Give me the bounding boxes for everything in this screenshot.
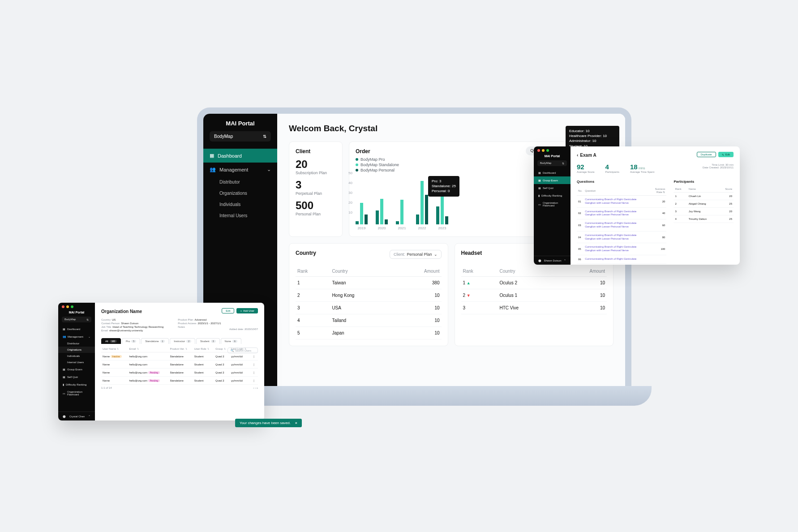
org-nav-sub[interactable]: Distributor (58, 340, 95, 347)
table-row[interactable]: Name hello@org.com StandaloneStudentQuad… (101, 360, 258, 369)
brand: MAI Portal (210, 120, 271, 127)
org-nav-self-quiz[interactable]: ▦ Self Quiz (58, 373, 95, 381)
bar[interactable] (436, 206, 439, 224)
exam-nav-flashcard[interactable]: ▭ Organization Flashcard (534, 199, 571, 209)
org-nav-dashboard[interactable]: ▦ Dashboard (58, 325, 95, 333)
row-menu-icon[interactable]: ⋮ (251, 360, 258, 369)
client-metric-1-l: Perpetual Plan (296, 191, 336, 196)
traffic-close-icon[interactable] (62, 305, 64, 308)
table-row[interactable]: 2Abigail Chiang25 (674, 200, 734, 208)
org-nav-sub[interactable]: Internal Users (58, 359, 95, 365)
sort-icon[interactable]: ⇅ (224, 348, 226, 350)
table-row[interactable]: 4Timothy Dalton25 (674, 215, 734, 223)
sort-icon[interactable]: ⇅ (117, 348, 119, 350)
tab-standalone[interactable]: Standalone1 (141, 338, 169, 344)
org-nav-difficulty[interactable]: ▮ Difficulty Ranking (58, 381, 95, 388)
bar[interactable] (416, 215, 419, 224)
exam-main: ‹ Exam A Duplicate ✎Edit 92Average Score… (571, 146, 740, 265)
bar[interactable] (400, 200, 403, 224)
sidebar-sub-distributor[interactable]: Distributor (203, 176, 277, 188)
bar[interactable] (396, 221, 399, 224)
tab-all[interactable]: All100 (101, 338, 121, 344)
bar[interactable] (356, 221, 359, 224)
sort-icon[interactable]: ⇅ (137, 348, 139, 350)
table-row[interactable]: 1 ▲Oculus 210 (461, 277, 607, 289)
close-icon[interactable]: × (295, 421, 297, 425)
sidebar-sub-organizations[interactable]: Organizations (203, 188, 277, 199)
table-row[interactable]: 03Communicating Branch of Right Genicula… (577, 219, 666, 232)
row-menu-icon[interactable]: ⋮ (251, 377, 258, 385)
tab-none[interactable]: None6 (221, 338, 241, 344)
sort-icon[interactable]: ⇅ (207, 348, 209, 350)
exam-nav-group-exam[interactable]: ▦ Group Exam (534, 176, 571, 184)
product-selector[interactable]: BodyMap ⇅ (210, 131, 271, 142)
exam-sidebar-footer[interactable]: ⬤ Shawn Dotson ⌃ (534, 256, 571, 265)
row-menu-icon[interactable]: ⋮ (251, 352, 258, 360)
tab-pro[interactable]: Pro5 (122, 338, 140, 344)
bar[interactable] (376, 210, 379, 224)
exam-nav-self-quiz[interactable]: ▦ Self Quiz (534, 184, 571, 192)
chevron-up-icon: ⌃ (564, 259, 566, 262)
duplicate-button[interactable]: Duplicate (697, 152, 716, 157)
product-selector[interactable]: BodyMap⇅ (62, 317, 91, 322)
bar[interactable] (445, 216, 448, 224)
table-row[interactable]: Name hello@org.com PendingStandaloneStud… (101, 377, 258, 385)
table-row[interactable]: 3Joy Wang20 (674, 208, 734, 215)
traffic-min-icon[interactable] (66, 305, 69, 308)
table-row[interactable]: 06Communicating Branch of Right Genicula… (577, 255, 666, 263)
country-filter[interactable]: Client: Personal Plan ⌄ (390, 250, 442, 259)
org-nav-sub[interactable]: Individuals (58, 353, 95, 359)
org-nav-group-exam[interactable]: ▦ Group Exam (58, 365, 95, 373)
sidebar-item-dashboard[interactable]: ▦ Dashboard (203, 149, 277, 163)
exam-nav-dashboard[interactable]: ▦ Dashboard (534, 169, 571, 176)
edit-button[interactable]: Edit (222, 308, 234, 313)
table-row[interactable]: 2Hong Kong10 (296, 289, 442, 302)
table-row[interactable]: 2 ▼Oculus 110 (461, 289, 607, 302)
traffic-close-icon[interactable] (537, 149, 540, 152)
table-row[interactable]: 5Japan10 (296, 327, 442, 339)
sort-icon[interactable]: ⇅ (185, 348, 187, 350)
org-window: MAI Portal BodyMap⇅ ▦ Dashboard 👥 Manage… (58, 303, 264, 420)
traffic-max-icon[interactable] (546, 149, 549, 152)
table-row[interactable]: 04Communicating Branch of Right Genicula… (577, 231, 666, 243)
bar[interactable] (365, 215, 368, 224)
traffic-max-icon[interactable] (71, 305, 73, 308)
org-nav-sub-active[interactable]: Originations (58, 347, 95, 353)
bar[interactable] (425, 195, 428, 224)
table-row[interactable]: 1Taiwan380 (296, 277, 442, 289)
bar[interactable] (360, 203, 363, 224)
search-input[interactable]: 🔍 Search Users (227, 348, 258, 353)
sidebar-sub-individuals[interactable]: Individuals (203, 199, 277, 210)
chart-tooltip-2021: Pro: 3 Standalone: 25 Personal: 0 (428, 176, 459, 197)
tab-student[interactable]: Student3 (196, 338, 219, 344)
table-row[interactable]: 3 HTC Vive10 (461, 302, 607, 314)
traffic-min-icon[interactable] (542, 149, 545, 152)
table-row[interactable]: 05Communicating Branch of Right Genicula… (577, 243, 666, 255)
table-row[interactable]: 3USA10 (296, 302, 442, 314)
row-menu-icon[interactable]: ⋮ (251, 369, 258, 377)
tab-instructor[interactable]: Instructor2 (170, 338, 195, 344)
org-nav-flashcard[interactable]: ▭ Organization Flashcard (58, 388, 95, 398)
sidebar-sub-internal-users[interactable]: Internal Users (203, 210, 277, 221)
table-row[interactable]: 02Communicating Branch of Right Genicula… (577, 207, 666, 219)
org-nav-management[interactable]: 👥 Management⌄ (58, 333, 95, 340)
edit-button[interactable]: ✎Edit (718, 152, 734, 157)
table-row[interactable]: Name hello@org.com PendingStandaloneStud… (101, 369, 258, 377)
chevron-up-icon: ⌃ (88, 415, 90, 418)
client-metric-0-l: Subscription Plan (296, 171, 336, 175)
exam-nav-difficulty[interactable]: ▮ Difficulty Ranking (534, 192, 571, 199)
pager-controls[interactable]: ‹ › » (253, 386, 258, 389)
sort-icon[interactable]: ⇅ (663, 191, 665, 193)
table-row[interactable]: 1Chueh Lin20 (674, 193, 734, 200)
product-selector[interactable]: BodyMap⇅ (537, 160, 567, 166)
table-row[interactable]: 01Communicating Branch of Right Genicula… (577, 196, 666, 208)
add-user-button[interactable]: +Add User (236, 308, 258, 313)
order-chart: 50 40 30 20 10 (356, 175, 565, 224)
bar[interactable] (385, 219, 388, 224)
table-row[interactable]: 4Tailand10 (296, 314, 442, 327)
bar[interactable] (380, 199, 383, 224)
org-sidebar-footer[interactable]: ⬤ Crystal Chen ⌃ (58, 412, 95, 420)
bar[interactable] (420, 181, 424, 224)
sidebar-item-management[interactable]: 👥 Management ⌄ (203, 163, 277, 176)
table-row[interactable]: Name Inactivehello@org.com StandaloneStu… (101, 352, 258, 360)
